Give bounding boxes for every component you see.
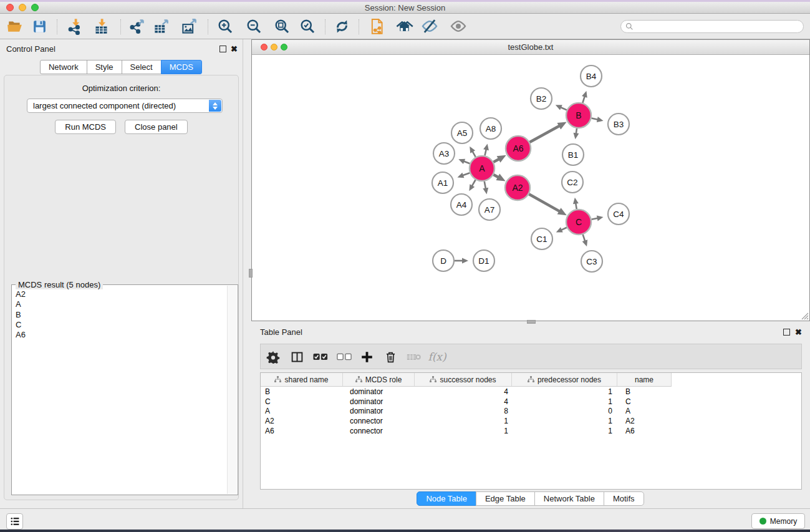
edge-C-C2[interactable] [576, 203, 577, 210]
zoom-out-icon[interactable] [244, 17, 263, 36]
table-cell: 1 [415, 427, 512, 435]
edge-A-A4[interactable] [472, 180, 476, 186]
result-item[interactable]: B [16, 310, 227, 320]
table-row[interactable]: A6connector11A6 [261, 426, 672, 436]
horizontal-scroll-thumb[interactable] [527, 320, 536, 324]
add-column-icon[interactable] [357, 347, 376, 366]
edge-C-C4[interactable] [592, 218, 598, 220]
network-canvas[interactable]: ABCA2A6A1A3A4A5A7A8B1B2B3B4C1C2C3C4DD1 [252, 56, 809, 321]
edge-A-A1[interactable] [463, 173, 470, 175]
network-window-titlebar[interactable]: testGlobe.txt [252, 40, 809, 55]
tab-network[interactable]: Network [40, 60, 87, 74]
open-folder-icon[interactable] [6, 17, 24, 36]
select-all-checked-icon[interactable] [311, 347, 330, 366]
mcds-result-list: A2ABCA6 [12, 286, 227, 494]
zoom-selected-icon[interactable] [298, 17, 317, 36]
result-item[interactable]: A6 [16, 330, 227, 340]
status-bar: Memory [0, 508, 810, 530]
column-header-predecessor-nodes[interactable]: predecessor nodes [512, 373, 617, 386]
table-row[interactable]: Cdominator41C [261, 397, 672, 407]
home-icon[interactable] [395, 17, 413, 36]
network-from-file-icon[interactable] [368, 17, 387, 36]
edge-A-A8[interactable] [485, 149, 486, 155]
edge-C-C1[interactable] [561, 228, 567, 230]
task-history-button[interactable] [6, 513, 23, 530]
float-panel-icon[interactable] [219, 46, 226, 52]
table-body: Bdominator41BCdominator41CAdominator80AA… [261, 387, 801, 436]
edge-B-B1[interactable] [576, 128, 577, 134]
column-header-mcds-role[interactable]: MCDS role [343, 373, 415, 386]
result-item[interactable]: A [16, 299, 227, 309]
table-row[interactable]: Bdominator41B [261, 387, 672, 397]
delete-table-icon[interactable] [404, 347, 423, 366]
show-columns-icon[interactable] [287, 347, 306, 366]
close-panel-button[interactable]: Close panel [125, 120, 188, 134]
export-network-icon[interactable] [128, 17, 147, 36]
tab-mcds[interactable]: MCDS [161, 60, 202, 74]
close-panel-icon[interactable]: ✖ [231, 46, 238, 52]
edge-B-B2[interactable] [561, 107, 567, 110]
tab-node-table[interactable]: Node Table [417, 491, 476, 506]
table-close-panel-icon[interactable]: ✖ [795, 329, 802, 336]
window-title: Session: New Session [0, 3, 810, 12]
tab-network-table[interactable]: Network Table [534, 491, 604, 506]
column-header-label: successor nodes [440, 375, 496, 384]
edge-A6-B[interactable] [529, 126, 559, 142]
column-header-label: predecessor nodes [538, 375, 601, 384]
tab-select[interactable]: Select [122, 60, 162, 74]
column-header-label: name [635, 375, 653, 384]
zoom-in-icon[interactable] [216, 17, 234, 36]
toolbar-separator [208, 19, 208, 34]
zoom-fit-icon[interactable] [272, 17, 291, 36]
column-header-successor-nodes[interactable]: successor nodes [415, 373, 512, 386]
edge-A-A3[interactable] [464, 161, 470, 163]
edge-A-A2[interactable] [493, 175, 498, 177]
table-float-panel-icon[interactable] [783, 329, 790, 336]
run-mcds-button[interactable]: Run MCDS [55, 120, 116, 134]
node-label-A6: A6 [513, 143, 523, 153]
table-cell: A [261, 407, 343, 415]
column-header-shared-name[interactable]: shared name [261, 373, 343, 386]
search-field[interactable] [620, 20, 804, 33]
window-titlebar[interactable]: Session: New Session [0, 2, 810, 14]
edge-A2-C[interactable] [529, 194, 559, 211]
vertical-scroll-thumb[interactable] [249, 269, 253, 278]
resize-grip-icon[interactable] [800, 311, 809, 320]
import-table-icon[interactable] [92, 17, 110, 36]
tab-motifs[interactable]: Motifs [604, 491, 644, 506]
edge-A-A7[interactable] [485, 181, 486, 189]
search-input[interactable] [636, 22, 803, 32]
memory-button[interactable]: Memory [751, 513, 805, 529]
export-image-icon[interactable] [180, 17, 198, 36]
toolbar-separator [325, 19, 325, 34]
criterion-select[interactable]: largest connected component (directed) [27, 99, 223, 113]
node-label-B1: B1 [568, 150, 579, 160]
main-toolbar [0, 14, 810, 39]
function-builder-icon[interactable]: f(x) [428, 347, 446, 366]
save-icon[interactable] [30, 17, 49, 36]
edge-B-B3[interactable] [592, 118, 598, 119]
edge-C-C3[interactable] [583, 235, 586, 241]
tab-edge-table[interactable]: Edge Table [476, 491, 535, 506]
column-header-name[interactable]: name [617, 373, 671, 386]
export-table-icon[interactable] [152, 17, 170, 36]
table-row[interactable]: Adominator80A [261, 407, 672, 417]
edge-A-A6[interactable] [493, 159, 499, 162]
settings-gear-icon[interactable] [264, 347, 282, 366]
import-network-icon[interactable] [65, 17, 84, 36]
refresh-icon[interactable] [332, 17, 351, 36]
hide-graphics-details-icon[interactable] [420, 17, 439, 36]
network-window-title: testGlobe.txt [252, 42, 809, 52]
table-row[interactable]: A2connector11A2 [261, 416, 672, 426]
edge-B-B4[interactable] [582, 96, 584, 103]
result-scrollbar[interactable] [227, 286, 237, 494]
mcds-panel: Optimization criterion: largest connecte… [4, 75, 239, 500]
tab-style[interactable]: Style [87, 60, 122, 74]
memory-label: Memory [770, 517, 797, 526]
edge-A-A5[interactable] [473, 152, 476, 157]
result-item[interactable]: A2 [16, 289, 227, 299]
delete-column-icon[interactable] [381, 347, 400, 366]
result-item[interactable]: C [16, 320, 227, 330]
deselect-all-icon[interactable] [335, 347, 354, 366]
show-graphics-details-icon[interactable] [449, 17, 468, 36]
